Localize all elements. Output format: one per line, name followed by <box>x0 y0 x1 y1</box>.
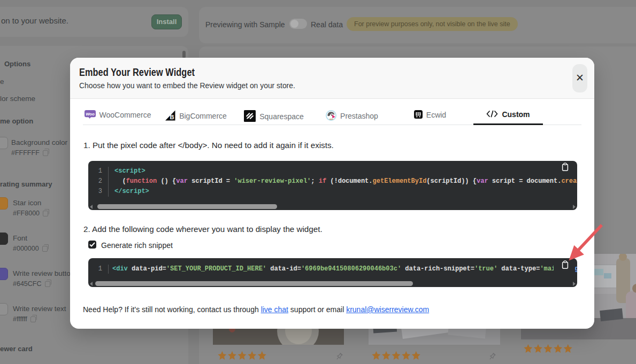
svg-text:B: B <box>170 114 174 120</box>
svg-text:Woo: Woo <box>86 112 95 117</box>
